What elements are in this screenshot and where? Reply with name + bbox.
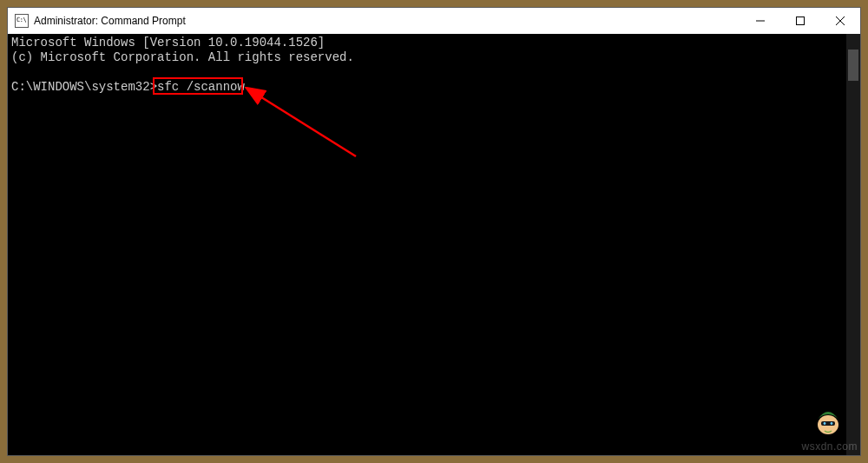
close-button[interactable] xyxy=(820,8,860,34)
cmd-icon: C:\ xyxy=(15,14,29,28)
svg-point-8 xyxy=(824,422,826,425)
titlebar[interactable]: C:\ Administrator: Command Prompt xyxy=(8,8,860,34)
terminal-body[interactable]: Microsoft Windows [Version 10.0.19044.15… xyxy=(8,34,860,455)
prompt-text: C:\WINDOWS\system32> xyxy=(11,80,157,94)
copyright-line: (c) Microsoft Corporation. All rights re… xyxy=(11,50,354,64)
close-icon xyxy=(836,17,845,25)
svg-rect-7 xyxy=(821,421,835,426)
command-text: sfc /scannow xyxy=(157,80,245,94)
minimize-icon xyxy=(756,17,765,25)
maximize-button[interactable] xyxy=(780,8,820,34)
svg-point-9 xyxy=(831,422,833,425)
mascot-icon xyxy=(811,402,845,437)
scrollbar-thumb[interactable] xyxy=(848,50,858,81)
version-line: Microsoft Windows [Version 10.0.19044.15… xyxy=(11,36,325,50)
maximize-icon xyxy=(796,17,805,25)
svg-rect-1 xyxy=(797,17,805,25)
minimize-button[interactable] xyxy=(740,8,780,34)
vertical-scrollbar[interactable] xyxy=(846,34,860,455)
window-frame: C:\ Administrator: Command Prompt Micros… xyxy=(7,7,861,456)
window-title: Administrator: Command Prompt xyxy=(34,15,186,27)
watermark-text: wsxdn.com xyxy=(801,440,858,453)
